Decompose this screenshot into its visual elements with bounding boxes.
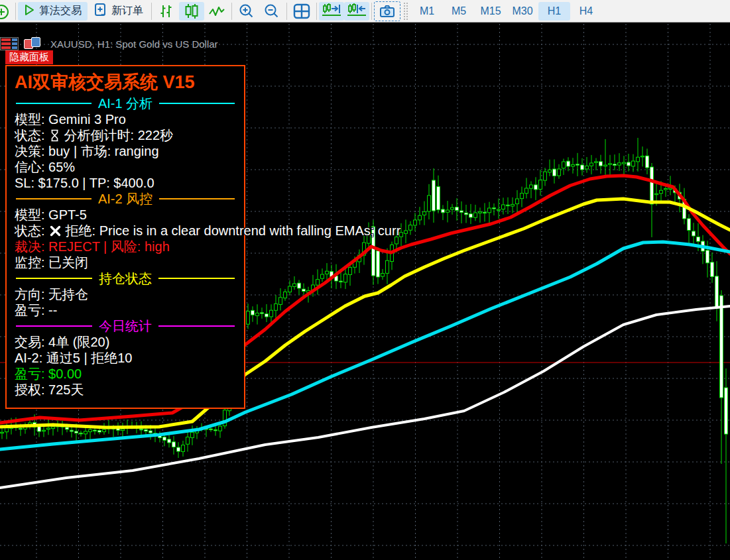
toolbar-separator [316, 3, 317, 20]
position-pnl-row: 盈亏: -- [7, 302, 244, 318]
ai1-status-row: 状态: 分析倒计时: 222秒 [7, 127, 244, 143]
ai2-model-row: 模型: GPT-5 [7, 207, 244, 223]
one-click-trading-icon[interactable] [24, 37, 41, 49]
new-order-button[interactable]: 新订单 [88, 2, 149, 21]
toolbar-separator [151, 3, 152, 20]
camera-icon [379, 5, 395, 18]
candlestick-chart-icon [184, 3, 200, 19]
chart-shift-button[interactable] [344, 2, 369, 21]
line-chart-button[interactable] [204, 2, 229, 21]
timeframe-m30-button[interactable]: M30 [507, 2, 538, 21]
today-section-divider: 今日统计 [7, 318, 244, 334]
ai1-decision-row: 决策: buy | 市场: ranging [7, 143, 244, 159]
new-order-icon [93, 3, 107, 20]
ai2-section-divider: AI-2 风控 [7, 191, 244, 207]
line-chart-icon [208, 5, 225, 17]
today-trades-row: 交易: 4单 (限20) [7, 334, 244, 350]
hide-panel-button[interactable]: 隐藏面板 [5, 50, 53, 64]
new-chart-icon[interactable] [0, 2, 13, 21]
zoom-out-button[interactable] [259, 2, 284, 21]
panel-title: AI双审核交易系统 V15 [7, 66, 244, 95]
position-direction-row: 方向: 无持仓 [7, 286, 244, 302]
ai2-status-row: 状态: 拒绝: Price is in a clear downtrend wi… [7, 223, 244, 239]
bar-chart-icon [158, 4, 174, 19]
today-pnl-row: 盈亏: $0.00 [7, 366, 244, 382]
bar-chart-button[interactable] [154, 2, 179, 21]
toolbar-separator [231, 3, 232, 20]
auto-scroll-button[interactable] [319, 2, 344, 21]
play-icon [24, 4, 34, 19]
toolbar-drag-handle[interactable] [403, 2, 408, 21]
ai2-verdict-row: 裁决: REJECT | 风险: high [7, 239, 244, 254]
position-section-divider: 持仓状态 [7, 270, 244, 286]
screenshot-button[interactable] [374, 1, 400, 21]
today-ai2-stats-row: AI-2: 通过5 | 拒绝10 [7, 350, 244, 366]
auto-scroll-icon [322, 3, 341, 20]
toolbar-separator [371, 3, 372, 20]
timeframe-h1-button[interactable]: H1 [538, 2, 570, 21]
depth-of-market-icon[interactable] [0, 37, 19, 50]
ai1-model-row: 模型: Gemini 3 Pro [7, 111, 244, 127]
chart-header: XAUUSD, H1: Spot Gold vs US Dollar [0, 37, 218, 50]
timeframe-m1-button[interactable]: M1 [411, 2, 443, 21]
tile-windows-icon [293, 3, 310, 19]
candlestick-chart-button[interactable] [179, 2, 204, 21]
algo-trading-button[interactable]: 算法交易 [18, 2, 88, 21]
reject-x-icon [50, 225, 61, 237]
chart-symbol-title: XAUUSD, H1: Spot Gold vs US Dollar [50, 38, 218, 50]
ai1-sl-tp-row: SL: $175.0 | TP: $400.0 [7, 175, 244, 191]
ai2-monitor-row: 监控: 已关闭 [7, 254, 244, 270]
ai1-confidence-row: 信心: 65% [7, 159, 244, 175]
tile-windows-button[interactable] [289, 2, 314, 21]
hourglass-icon [50, 129, 60, 142]
main-toolbar: 算法交易 新订单 M1 M5 M15 M30 H1 H4 [0, 0, 730, 23]
ai-trading-panel: AI双审核交易系统 V15 AI-1 分析 模型: Gemini 3 Pro 状… [5, 65, 245, 409]
toolbar-separator [286, 3, 287, 20]
zoom-in-button[interactable] [234, 2, 259, 21]
timeframe-m15-button[interactable]: M15 [475, 2, 507, 21]
toolbar-separator [15, 3, 16, 20]
ai1-section-divider: AI-1 分析 [7, 95, 244, 111]
timeframe-m5-button[interactable]: M5 [443, 2, 475, 21]
chart-shift-icon [347, 3, 367, 20]
zoom-out-icon [264, 3, 280, 19]
today-license-row: 授权: 725天 [7, 382, 244, 398]
timeframe-h4-button[interactable]: H4 [570, 2, 602, 21]
zoom-in-icon [239, 3, 255, 19]
